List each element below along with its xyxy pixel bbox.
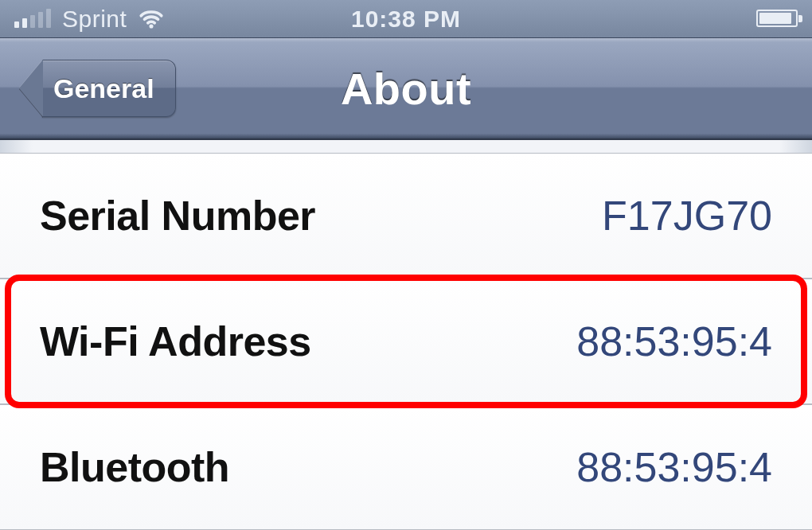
wifi-icon	[138, 6, 165, 33]
signal-bars-icon	[14, 10, 51, 28]
page-title: About	[341, 63, 471, 115]
nav-bar: General About	[0, 38, 812, 140]
back-button-label: General	[53, 73, 154, 104]
row-wifi-address[interactable]: Wi-Fi Address 88:53:95:4	[0, 279, 812, 405]
row-value: 88:53:95:4	[576, 443, 772, 491]
status-bar: Sprint 10:38 PM	[0, 0, 812, 38]
list-container: Serial Number F17JG70 Wi-Fi Address 88:5…	[0, 140, 812, 530]
status-left-cluster: Sprint	[14, 6, 165, 33]
row-value: F17JG70	[602, 192, 772, 240]
clock: 10:38 PM	[351, 6, 461, 33]
row-label: Serial Number	[40, 192, 315, 240]
row-label: Wi-Fi Address	[40, 318, 311, 365]
back-button[interactable]: General	[19, 60, 176, 117]
battery-icon	[756, 10, 798, 27]
row-label: Bluetooth	[40, 443, 229, 491]
back-arrow-icon	[19, 60, 43, 117]
row-serial-number[interactable]: Serial Number F17JG70	[0, 154, 812, 279]
row-value: 88:53:95:4	[576, 318, 772, 365]
about-list: Serial Number F17JG70 Wi-Fi Address 88:5…	[0, 153, 812, 530]
svg-point-0	[150, 24, 154, 28]
carrier-label: Sprint	[62, 6, 127, 33]
row-bluetooth[interactable]: Bluetooth 88:53:95:4	[0, 405, 812, 530]
status-right-cluster	[756, 6, 798, 33]
